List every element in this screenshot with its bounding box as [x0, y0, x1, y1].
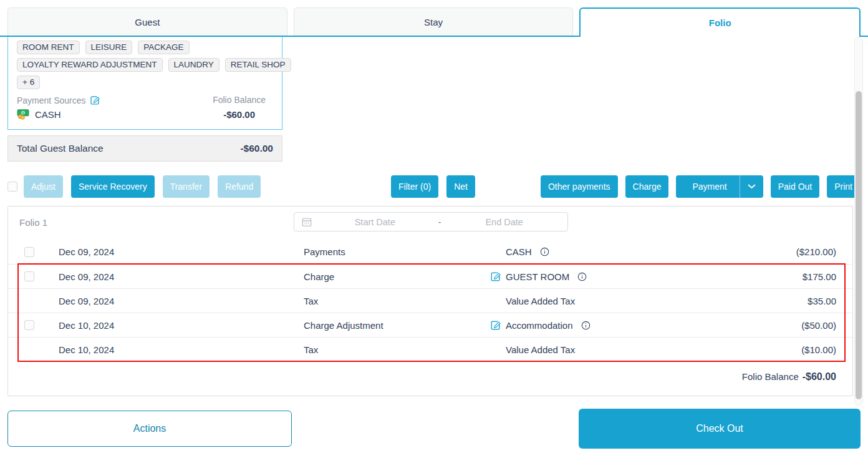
- transaction-type: Payments: [304, 246, 490, 257]
- tab-guest[interactable]: Guest: [7, 7, 287, 36]
- payment-source-name: CASH: [35, 109, 61, 120]
- transaction-amount: ($50.00): [740, 320, 852, 331]
- tab-stay-label: Stay: [424, 17, 443, 27]
- transaction-date: Dec 10, 2024: [59, 320, 304, 331]
- scrollbar-thumb[interactable]: [856, 91, 862, 399]
- end-date-input[interactable]: End Date: [441, 217, 567, 227]
- folio-toolbar: Adjust Service Recovery Transfer Refund …: [7, 175, 861, 198]
- calendar-icon: [302, 217, 312, 227]
- adjust-button[interactable]: Adjust: [24, 175, 63, 198]
- transaction-description: CASH: [506, 246, 532, 257]
- tab-stay[interactable]: Stay: [294, 7, 574, 36]
- row-checkbox[interactable]: [24, 271, 34, 281]
- transaction-row-charge[interactable]: Dec 09, 2024 Charge GUEST ROOM $175.00: [8, 264, 852, 288]
- refund-button[interactable]: Refund: [218, 175, 261, 198]
- net-button[interactable]: Net: [446, 175, 475, 198]
- tab-bar: Guest Stay Folio: [7, 7, 861, 37]
- actions-button[interactable]: Actions: [7, 411, 292, 447]
- transaction-row-payments[interactable]: Dec 09, 2024 Payments CASH ($210.00): [8, 240, 852, 264]
- transaction-amount: ($10.00): [740, 344, 852, 355]
- edit-charge-icon[interactable]: [490, 319, 501, 331]
- info-icon[interactable]: [540, 247, 549, 256]
- tag-leisure: LEISURE: [85, 41, 133, 54]
- payment-sources-left: Payment Sources $: [17, 95, 100, 120]
- select-all-checkbox[interactable]: [7, 182, 17, 192]
- tag-room-rent: ROOM RENT: [17, 41, 80, 54]
- transaction-type: Charge: [304, 271, 490, 282]
- panel-folio-balance-label: Folio Balance: [742, 371, 799, 382]
- transaction-type: Tax: [304, 296, 490, 306]
- panel-folio-balance-value: -$60.00: [803, 371, 836, 382]
- transaction-date: Dec 09, 2024: [59, 246, 304, 257]
- charge-tags-row-1: ROOM RENT LEISURE PACKAGE: [17, 41, 273, 54]
- toolbar-center-group: Filter (0) Net: [391, 175, 475, 198]
- filter-button[interactable]: Filter (0): [391, 175, 438, 198]
- tag-loyalty-reward-adjustment: LOYALTY REWARD ADJUSTMENT: [17, 58, 163, 72]
- transaction-description: Value Added Tax: [506, 344, 575, 355]
- svg-text:$: $: [22, 110, 24, 115]
- payment-split-button[interactable]: Payment: [676, 175, 763, 198]
- transactions-list: Dec 09, 2024 Payments CASH ($210.00) Dec…: [8, 240, 852, 361]
- folio-summary-card: ROOM RENT LEISURE PACKAGE LOYALTY REWARD…: [7, 37, 282, 130]
- payment-sources-section: Payment Sources $: [17, 95, 273, 120]
- tag-package: PACKAGE: [138, 41, 189, 54]
- transaction-description: GUEST ROOM: [506, 271, 569, 282]
- edit-charge-icon[interactable]: [490, 271, 501, 282]
- folio-title: Folio 1: [19, 217, 47, 228]
- folio-transactions-panel: Folio 1 Start Date - End Date: [7, 206, 853, 396]
- edit-payment-sources-icon[interactable]: [90, 95, 100, 105]
- panel-folio-balance: Folio Balance-$60.00: [742, 371, 836, 382]
- cash-icon: $: [17, 109, 29, 120]
- tab-folio[interactable]: Folio: [579, 7, 861, 37]
- tab-guest-label: Guest: [135, 17, 160, 27]
- toolbar-right-group: Other payments Charge Payment Paid Out P…: [541, 175, 860, 198]
- info-icon[interactable]: [577, 272, 587, 281]
- payment-button-label[interactable]: Payment: [676, 175, 739, 198]
- transaction-date: Dec 09, 2024: [59, 296, 304, 306]
- folio-balance-summary: Folio Balance -$60.00: [213, 95, 266, 120]
- tag-more-count[interactable]: + 6: [17, 76, 40, 89]
- folio-balance-value: -$60.00: [213, 109, 266, 120]
- charge-tags-row-3: + 6: [17, 76, 273, 89]
- other-payments-button[interactable]: Other payments: [541, 175, 618, 198]
- transfer-button[interactable]: Transfer: [163, 175, 210, 198]
- folio-page: Guest Stay Folio ROOM RENT LEISURE PACKA…: [0, 0, 868, 453]
- charge-button[interactable]: Charge: [625, 175, 669, 198]
- row-checkbox[interactable]: [24, 320, 34, 330]
- tab-folio-label: Folio: [709, 17, 731, 28]
- total-guest-balance-bar: Total Guest Balance -$60.00: [7, 135, 282, 162]
- service-recovery-button[interactable]: Service Recovery: [71, 175, 155, 198]
- transaction-row-charge-adjustment[interactable]: Dec 10, 2024 Charge Adjustment Accommoda…: [8, 313, 852, 337]
- vertical-scrollbar[interactable]: [854, 37, 863, 406]
- toolbar-left-group: Adjust Service Recovery Transfer Refund: [7, 175, 261, 198]
- charge-tags-row-2: LOYALTY REWARD ADJUSTMENT LAUNDRY RETAIL…: [17, 58, 273, 72]
- transaction-description: Value Added Tax: [506, 296, 575, 306]
- transaction-date: Dec 10, 2024: [59, 344, 304, 355]
- chevron-down-icon: [748, 184, 756, 189]
- folio-balance-label: Folio Balance: [213, 95, 266, 105]
- check-out-button[interactable]: Check Out: [579, 409, 861, 449]
- tag-retail-shop: RETAIL SHOP: [225, 58, 291, 72]
- payment-dropdown-toggle[interactable]: [740, 175, 763, 198]
- panel-header: Folio 1 Start Date - End Date: [8, 207, 852, 240]
- transaction-amount: ($210.00): [740, 246, 852, 257]
- transaction-amount: $35.00: [740, 296, 852, 306]
- transaction-date: Dec 09, 2024: [59, 271, 304, 282]
- info-icon[interactable]: [581, 321, 591, 330]
- row-checkbox[interactable]: [24, 247, 34, 257]
- transaction-row-tax[interactable]: Dec 10, 2024 Tax Value Added Tax ($10.00…: [8, 337, 852, 361]
- paid-out-button[interactable]: Paid Out: [771, 175, 819, 198]
- transaction-type: Tax: [304, 344, 490, 355]
- tag-laundry: LAUNDRY: [168, 58, 219, 72]
- date-range-picker[interactable]: Start Date - End Date: [294, 212, 568, 231]
- transaction-description: Accommodation: [506, 320, 573, 331]
- transaction-amount: $175.00: [740, 271, 852, 282]
- payment-sources-label: Payment Sources: [17, 95, 86, 105]
- total-guest-balance-value: -$60.00: [240, 143, 273, 154]
- transaction-row-tax[interactable]: Dec 09, 2024 Tax Value Added Tax $35.00: [8, 288, 852, 313]
- total-guest-balance-label: Total Guest Balance: [17, 143, 104, 154]
- start-date-input[interactable]: Start Date: [312, 217, 438, 227]
- transaction-type: Charge Adjustment: [304, 320, 490, 331]
